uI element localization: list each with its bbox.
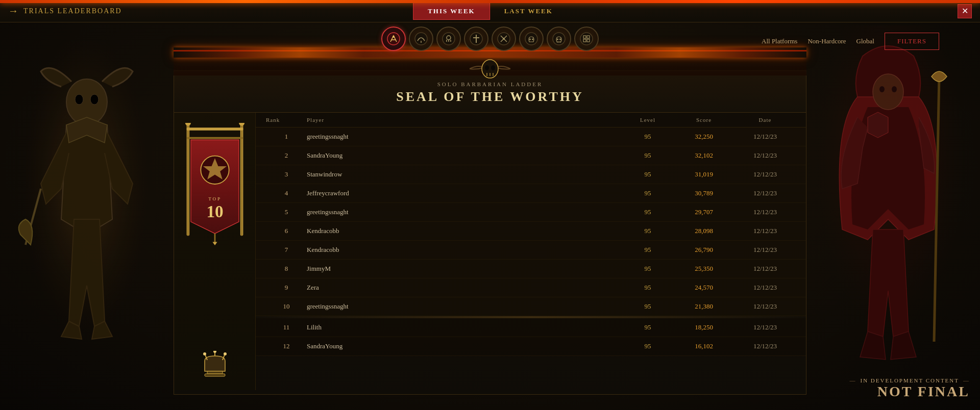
svg-point-49: [203, 352, 206, 355]
week-tabs: THIS WEEK LAST WEEK: [413, 3, 567, 20]
row-score-6: 26,790: [673, 246, 734, 254]
row-level-11: 95: [622, 342, 673, 350]
class-icon-rogue[interactable]: [492, 27, 516, 51]
class-icon-skull2[interactable]: [547, 27, 571, 51]
table-row[interactable]: 9 Zera 95 24,570 12/12/23: [256, 278, 806, 297]
table-row[interactable]: 8 JimmyM 95 25,350 12/12/23: [256, 260, 806, 278]
row-player-5: Kendracobb: [307, 227, 622, 235]
row-rank-6: 6: [266, 227, 307, 235]
table-row[interactable]: 4 Jeffreycrawford 95 30,789 12/12/23: [256, 184, 806, 203]
row-score-9: 21,380: [673, 302, 734, 311]
row-date-6: 12/12/23: [734, 246, 796, 254]
right-character-art: [801, 25, 975, 408]
row-rank-2: 2: [266, 151, 307, 160]
leaderboard-table[interactable]: Rank Player Level Score Date 1 greetings…: [256, 113, 806, 390]
row-player-9: greetingssnaght: [307, 302, 622, 311]
row-level-10: 95: [622, 323, 673, 331]
class-icon-paladin[interactable]: [464, 27, 488, 51]
watermark-subtitle: IN DEVELOPMENT CONTENT: [849, 377, 970, 383]
row-level-0: 95: [622, 133, 673, 141]
scope-filter[interactable]: Global: [856, 37, 874, 45]
col-player-header: Player: [307, 117, 622, 123]
row-date-1: 12/12/23: [734, 151, 796, 160]
class-icon-all[interactable]: [574, 27, 599, 51]
row-player-4: greetingssnaght: [307, 208, 622, 216]
row-rank-9: 9: [266, 284, 307, 292]
trophy-panel: TOP 10: [174, 113, 256, 390]
row-level-6: 95: [622, 246, 673, 254]
row-rank-10: 10: [266, 302, 307, 311]
platform-filter[interactable]: All Platforms: [762, 37, 797, 45]
table-row[interactable]: 6 Kendracobb 95 28,098 12/12/23: [256, 222, 806, 241]
left-character-art: [10, 41, 163, 398]
nav-left: → TRIALS LEADERBOARD: [0, 5, 122, 17]
class-icon-necromancer[interactable]: [436, 27, 461, 51]
table-row[interactable]: 3 Stanwindrow 95 31,019 12/12/23: [256, 165, 806, 184]
row-level-9: 95: [622, 302, 673, 311]
row-rank-12: 12: [266, 342, 307, 350]
table-row[interactable]: 5 greetingssnaght 95 29,707 12/12/23: [256, 203, 806, 222]
svg-point-9: [525, 33, 537, 45]
row-score-2: 31,019: [673, 170, 734, 178]
row-player-1: SandraYoung: [307, 151, 622, 160]
row-rank-4: 4: [266, 189, 307, 197]
row-level-3: 95: [622, 189, 673, 197]
col-rank-header: Rank: [266, 117, 307, 123]
table-rows-container: 1 greetingssnaght 95 32,250 12/12/23 2 S…: [256, 127, 806, 356]
row-date-7: 12/12/23: [734, 265, 796, 273]
table-row[interactable]: 10 greetingssnaght 95 21,380 12/12/23: [256, 297, 806, 316]
ladder-title: SEAL OF THE WORTHY: [174, 89, 806, 105]
svg-point-31: [485, 65, 489, 70]
row-player-2: Stanwindrow: [307, 170, 622, 178]
mode-filter[interactable]: Non-Hardcore: [807, 37, 846, 45]
panel-top-decoration: [174, 50, 806, 75]
last-week-tab[interactable]: LAST WEEK: [490, 3, 567, 19]
main-panel: SOLO BARBARIAN LADDER SEAL OF THE WORTHY: [174, 55, 806, 395]
class-icon-druid[interactable]: [409, 27, 433, 51]
svg-point-23: [90, 94, 99, 105]
row-date-10: 12/12/23: [734, 323, 796, 331]
svg-point-11: [532, 39, 533, 40]
row-rank-5: 5: [266, 208, 307, 216]
svg-rect-44: [207, 371, 223, 374]
row-player-7: JimmyM: [307, 265, 622, 273]
table-row[interactable]: 1 greetingssnaght 95 32,250 12/12/23: [256, 127, 806, 146]
row-level-1: 95: [622, 151, 673, 160]
row-rank-7: 7: [266, 246, 307, 254]
row-player-10: Lilith: [307, 323, 622, 331]
svg-point-51: [224, 352, 227, 355]
table-row[interactable]: 2 SandraYoung 95 32,102 12/12/23: [256, 146, 806, 165]
table-row[interactable]: 7 Kendracobb 95 26,790 12/12/23: [256, 241, 806, 260]
row-player-3: Jeffreycrawford: [307, 189, 622, 197]
trophy-bottom-icon: [194, 349, 235, 380]
svg-rect-35: [240, 123, 243, 236]
svg-point-34: [185, 123, 190, 126]
row-rank-3: 3: [266, 170, 307, 178]
table-row[interactable]: 11 Lilith 95 18,250 12/12/23: [256, 318, 806, 337]
svg-point-47: [213, 351, 216, 353]
table-row[interactable]: 12 SandraYoung 95 16,102 12/12/23: [256, 337, 806, 356]
row-date-4: 12/12/23: [734, 208, 796, 216]
svg-point-22: [75, 94, 83, 105]
this-week-tab[interactable]: THIS WEEK: [413, 3, 490, 20]
class-icon-skull1[interactable]: [519, 27, 544, 51]
close-button[interactable]: ✕: [958, 4, 972, 18]
col-score-header: Score: [673, 117, 734, 123]
panel-skull-decoration: [470, 56, 510, 81]
row-player-8: Zera: [307, 284, 622, 292]
col-level-header: Level: [622, 117, 673, 123]
filters-button[interactable]: Filters: [885, 33, 939, 50]
svg-rect-45: [205, 374, 225, 376]
watermark-main: NOT FINAL: [849, 383, 970, 400]
close-icon: ✕: [962, 6, 968, 16]
class-icon-barbarian[interactable]: [381, 27, 406, 51]
svg-point-0: [387, 33, 400, 45]
row-date-5: 12/12/23: [734, 227, 796, 235]
svg-point-2: [415, 33, 427, 45]
top-bar: → TRIALS LEADERBOARD THIS WEEK LAST WEEK…: [0, 0, 980, 22]
row-date-0: 12/12/23: [734, 133, 796, 141]
svg-point-10: [529, 39, 531, 40]
svg-point-13: [557, 39, 558, 40]
back-arrow-icon[interactable]: →: [8, 5, 18, 17]
svg-rect-38: [186, 137, 243, 139]
